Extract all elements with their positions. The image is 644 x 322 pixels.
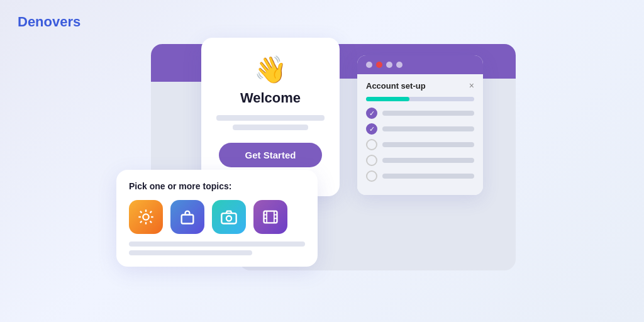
account-card-close-button[interactable]: × [469, 80, 474, 91]
account-setup-card: Account set-up × ✓ ✓ [357, 55, 483, 195]
topic-sun-button[interactable] [129, 200, 163, 234]
account-card-body: Account set-up × ✓ ✓ [357, 74, 483, 195]
svg-line-7 [150, 211, 152, 213]
svg-line-6 [150, 221, 152, 223]
progress-bar-bg [366, 97, 474, 101]
nav-dot-3 [386, 62, 392, 68]
account-item-line-3 [382, 142, 474, 147]
check-circle-5 [366, 170, 377, 182]
account-card-header [357, 55, 483, 74]
film-icon [262, 208, 279, 226]
account-item-line-1 [382, 111, 474, 116]
welcome-line-1 [216, 115, 325, 121]
account-card-title-row: Account set-up × [366, 80, 474, 91]
topics-card: Pick one or more topics: [116, 170, 318, 267]
welcome-emoji: 👋 [254, 54, 287, 85]
check-circle-2: ✓ [366, 123, 377, 135]
check-circle-3 [366, 139, 377, 150]
nav-dot-2 [376, 62, 382, 68]
account-item-line-2 [382, 126, 474, 131]
progress-bar-fill [366, 97, 409, 101]
sun-icon [137, 208, 155, 226]
svg-rect-10 [221, 213, 236, 223]
topic-bag-button[interactable] [170, 200, 204, 234]
svg-rect-12 [264, 211, 277, 223]
get-started-button[interactable]: Get Started [219, 143, 323, 167]
topics-title: Pick one or more topics: [129, 181, 305, 191]
account-item-line-4 [382, 158, 474, 163]
logo: Denovers [18, 14, 80, 30]
account-card-title: Account set-up [366, 81, 426, 91]
nav-dot-1 [366, 62, 372, 68]
account-card-nav-dots [366, 62, 402, 68]
bag-icon [179, 208, 196, 226]
svg-line-8 [140, 221, 142, 223]
topic-film-button[interactable] [253, 200, 287, 234]
account-list-item-5 [366, 170, 474, 182]
welcome-line-2 [233, 125, 308, 130]
topics-bottom-line-2 [129, 250, 252, 255]
svg-point-11 [226, 216, 231, 221]
camera-icon [220, 208, 238, 226]
topics-bottom-lines [129, 242, 305, 255]
check-circle-4 [366, 155, 377, 166]
account-list-item-1: ✓ [366, 108, 474, 119]
svg-rect-9 [182, 215, 194, 224]
account-list-item-2: ✓ [366, 123, 474, 135]
topic-camera-button[interactable] [212, 200, 246, 234]
topics-icons-row[interactable] [129, 200, 305, 234]
topics-bottom-line-1 [129, 242, 305, 247]
svg-line-5 [140, 211, 142, 213]
account-list-item-3 [366, 139, 474, 150]
account-item-line-5 [382, 174, 474, 179]
svg-point-0 [143, 214, 148, 219]
account-list-item-4 [366, 155, 474, 166]
welcome-title: Welcome [240, 90, 301, 106]
check-circle-1: ✓ [366, 108, 377, 119]
nav-dot-4 [396, 62, 402, 68]
